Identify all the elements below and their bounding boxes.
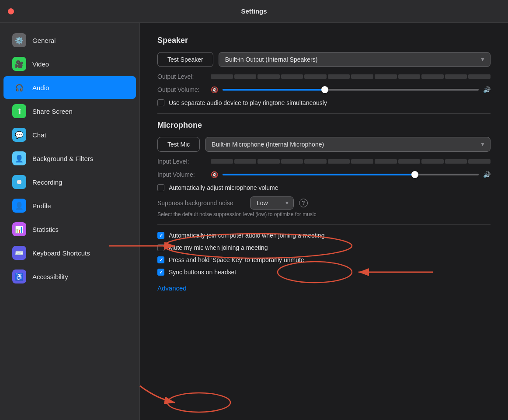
level-seg-1 [211, 74, 233, 79]
level-seg-8 [375, 74, 397, 79]
speaker-title: Speaker [157, 36, 491, 45]
sidebar-label-statistics: Statistics [32, 226, 59, 233]
sidebar-item-statistics[interactable]: 📊 Statistics [3, 218, 136, 241]
sidebar-item-video[interactable]: 🎥 Video [3, 52, 136, 75]
space-key-checkbox[interactable] [157, 256, 164, 263]
speaker-section: Speaker Test Speaker Built-in Output (In… [157, 36, 491, 106]
section-divider [157, 113, 491, 114]
auto-join-label: Automatically join computer audio when j… [169, 232, 324, 239]
suppress-help-icon[interactable]: ? [299, 199, 308, 207]
speaker-select[interactable]: Built-in Output (Internal Speakers) [219, 52, 491, 67]
profile-icon: 👤 [12, 199, 26, 213]
input-volume-thumb[interactable] [411, 171, 418, 178]
output-level-row: Output Level: [157, 73, 491, 80]
share-screen-icon: ⬆ [12, 104, 26, 118]
mic-device-row: Test Mic Built-in Microphone (Internal M… [157, 137, 491, 152]
in-seg-3 [257, 159, 280, 164]
auto-adjust-row: Automatically adjust microphone volume [157, 184, 491, 191]
in-seg-4 [281, 159, 303, 164]
sidebar-label-accessibility: Accessibility [32, 273, 68, 280]
sidebar-item-general[interactable]: ⚙️ General [3, 29, 136, 52]
title-bar: Settings [0, 0, 508, 23]
input-volume-fill [223, 174, 415, 175]
sidebar-label-profile: Profile [32, 202, 51, 210]
background-icon: 👤 [12, 151, 26, 165]
sidebar-item-recording[interactable]: ⏺ Recording [3, 171, 136, 193]
sidebar-label-chat: Chat [32, 131, 46, 139]
level-seg-11 [445, 74, 467, 79]
window-title: Settings [241, 7, 267, 15]
recording-icon: ⏺ [12, 175, 26, 189]
in-seg-7 [351, 159, 373, 164]
level-seg-3 [257, 74, 280, 79]
output-volume-row: Output Volume: 🔇 🔊 [157, 86, 491, 93]
sidebar: ⚙️ General 🎥 Video 🎧 Audio ⬆ Share Scree… [0, 23, 140, 420]
volume-high-icon: 🔊 [483, 86, 491, 93]
output-level-label: Output Level: [157, 73, 205, 80]
space-key-label: Press and hold 'Space Key' to temporaril… [169, 256, 304, 263]
main-layout: ⚙️ General 🎥 Video 🎧 Audio ⬆ Share Scree… [0, 23, 508, 420]
sidebar-label-background: Background & Filters [32, 155, 93, 162]
suppress-helper-text: Select the default noise suppression lev… [157, 211, 491, 217]
level-seg-4 [281, 74, 303, 79]
level-seg-7 [351, 74, 373, 79]
auto-adjust-checkbox[interactable] [157, 184, 164, 191]
general-icon: ⚙️ [12, 33, 26, 47]
audio-icon: 🎧 [12, 80, 26, 94]
mic-title: Microphone [157, 121, 491, 130]
space-key-row: Press and hold 'Space Key' to temporaril… [157, 256, 491, 263]
sync-buttons-row: Sync buttons on headset [157, 269, 491, 276]
in-seg-2 [234, 159, 257, 164]
test-speaker-button[interactable]: Test Speaker [157, 52, 213, 67]
video-icon: 🎥 [12, 57, 26, 71]
level-seg-9 [398, 74, 421, 79]
output-level-bar [211, 74, 491, 79]
in-seg-6 [328, 159, 350, 164]
keyboard-icon: ⌨️ [12, 246, 26, 260]
auto-join-checkbox[interactable] [157, 232, 164, 239]
sidebar-item-share-screen[interactable]: ⬆ Share Screen [3, 100, 136, 122]
sidebar-item-accessibility[interactable]: ♿ Accessibility [3, 265, 136, 288]
input-volume-track[interactable] [223, 174, 479, 175]
input-vol-high-icon: 🔊 [483, 171, 491, 178]
output-volume-thumb[interactable] [321, 86, 328, 93]
content-area: Speaker Test Speaker Built-in Output (In… [140, 23, 508, 420]
input-volume-label: Input Volume: [157, 171, 205, 178]
test-mic-button[interactable]: Test Mic [157, 137, 200, 152]
suppress-select-wrapper: Low Medium High Auto ▼ [250, 196, 294, 210]
separate-audio-checkbox[interactable] [157, 99, 164, 106]
speaker-device-row: Test Speaker Built-in Output (Internal S… [157, 52, 491, 67]
sidebar-item-keyboard[interactable]: ⌨️ Keyboard Shortcuts [3, 242, 136, 264]
mute-join-row: Mute my mic when joining a meeting [157, 244, 491, 251]
input-volume-slider-row: 🔇 🔊 [211, 171, 491, 178]
sync-buttons-checkbox[interactable] [157, 269, 164, 276]
output-volume-label: Output Volume: [157, 86, 205, 93]
suppress-select[interactable]: Low Medium High Auto [250, 196, 294, 210]
output-volume-fill [223, 89, 325, 91]
mic-select[interactable]: Built-in Microphone (Internal Microphone… [205, 137, 491, 152]
sidebar-item-profile[interactable]: 👤 Profile [3, 194, 136, 217]
in-seg-10 [421, 159, 444, 164]
output-volume-track[interactable] [223, 89, 479, 91]
close-button[interactable] [8, 8, 14, 14]
sidebar-item-chat[interactable]: 💬 Chat [3, 123, 136, 146]
input-volume-row: Input Volume: 🔇 🔊 [157, 171, 491, 178]
in-seg-5 [304, 159, 327, 164]
sidebar-item-audio[interactable]: 🎧 Audio [3, 76, 136, 99]
suppress-label: Suppress background noise [157, 200, 245, 206]
level-seg-10 [421, 74, 444, 79]
statistics-icon: 📊 [12, 222, 26, 236]
auto-join-row: Automatically join computer audio when j… [157, 232, 491, 239]
mute-join-checkbox[interactable] [157, 244, 164, 251]
sidebar-item-background[interactable]: 👤 Background & Filters [3, 147, 136, 170]
chat-icon: 💬 [12, 128, 26, 142]
in-seg-12 [468, 159, 491, 164]
in-seg-11 [445, 159, 467, 164]
input-vol-low-icon: 🔇 [211, 171, 218, 178]
sidebar-label-share-screen: Share Screen [32, 108, 73, 115]
mute-join-label: Mute my mic when joining a meeting [169, 244, 268, 251]
mic-select-wrapper: Built-in Microphone (Internal Microphone… [205, 137, 491, 152]
advanced-link[interactable]: Advanced [157, 284, 187, 292]
sync-buttons-label: Sync buttons on headset [169, 269, 236, 276]
sidebar-label-recording: Recording [32, 178, 62, 186]
